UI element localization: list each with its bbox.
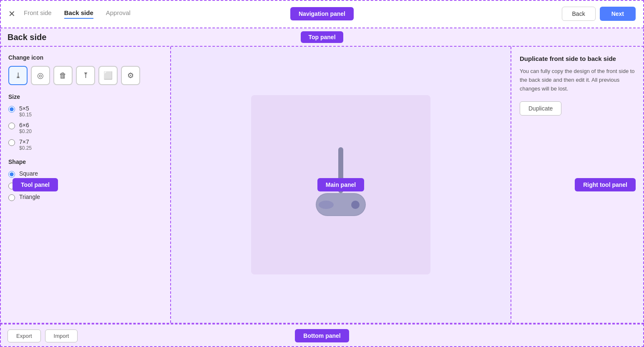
right-panel-description: You can fully copy the design of the fro…: [520, 67, 636, 93]
import-button[interactable]: Import: [45, 329, 78, 342]
content-area: Change icon ⤓ ◎ 🗑 ⤒ ⬜ ⚙ Size 5×5 $0.15 6…: [0, 47, 644, 324]
shape-radio-square[interactable]: [8, 171, 15, 178]
close-icon[interactable]: ✕: [8, 9, 15, 19]
right-panel: Duplicate front side to back side You ca…: [511, 47, 644, 323]
settings-icon-btn[interactable]: ⚙: [121, 66, 140, 85]
shape-option-square[interactable]: Square: [8, 170, 162, 178]
size-7x7-label: 7×7: [19, 138, 32, 145]
nav-actions: Back Next: [562, 7, 636, 21]
folder-icon-btn[interactable]: ⬜: [98, 66, 118, 85]
tab-back-side[interactable]: Back side: [64, 9, 93, 19]
eye-icon-btn[interactable]: ◎: [31, 66, 50, 85]
change-icon-label: Change icon: [8, 54, 162, 61]
bottom-panel-badge: Bottom panel: [295, 329, 349, 342]
size-section: Size 5×5 $0.15 6×6 $0.20 7×7 $0.2: [8, 93, 162, 151]
size-6x6-label: 6×6: [19, 122, 32, 128]
size-radio-6x6[interactable]: [8, 123, 15, 129]
trash-icon-btn[interactable]: 🗑: [53, 66, 73, 85]
main-panel-badge: Main panel: [317, 178, 364, 191]
shape-label: Shape: [8, 158, 162, 165]
top-panel-badge: Top panel: [301, 31, 343, 43]
back-button[interactable]: Back: [562, 7, 596, 21]
size-radio-7x7[interactable]: [8, 139, 15, 146]
upload-icon-btn[interactable]: ⤒: [76, 66, 95, 85]
main-panel: Main panel: [171, 47, 511, 323]
svg-point-3: [351, 201, 360, 209]
right-panel-badge: Right tool panel: [575, 178, 636, 191]
shape-option-triangle[interactable]: Triangle: [8, 194, 162, 201]
tab-front-side[interactable]: Front side: [24, 9, 52, 19]
bottom-panel: Export Import Bottom panel: [0, 324, 644, 347]
shape-square-label: Square: [19, 170, 38, 177]
size-option-7x7[interactable]: 7×7 $0.25: [8, 138, 162, 151]
right-panel-title: Duplicate front side to back side: [520, 55, 636, 62]
duplicate-button[interactable]: Duplicate: [520, 101, 561, 116]
tool-panel: Change icon ⤓ ◎ 🗑 ⤒ ⬜ ⚙ Size 5×5 $0.15 6…: [0, 47, 171, 323]
download-icon-btn[interactable]: ⤓: [8, 66, 28, 85]
navigation-bar: ✕ Front side Back side Approval Navigati…: [0, 0, 644, 28]
top-panel: Back side Top panel: [0, 28, 644, 47]
svg-point-4: [319, 201, 334, 209]
size-label: Size: [8, 93, 162, 100]
shape-triangle-label: Triangle: [19, 194, 40, 200]
next-button[interactable]: Next: [600, 7, 636, 21]
size-radio-5x5[interactable]: [8, 106, 15, 113]
size-5x5-price: $0.15: [19, 112, 32, 118]
export-button[interactable]: Export: [8, 329, 41, 342]
size-option-5x5[interactable]: 5×5 $0.15: [8, 105, 162, 118]
bottom-actions: Export Import: [8, 329, 78, 342]
size-option-6x6[interactable]: 6×6 $0.20: [8, 122, 162, 134]
size-7x7-price: $0.25: [19, 145, 32, 151]
tab-approval[interactable]: Approval: [106, 9, 131, 19]
nav-tabs: Front side Back side Approval: [24, 9, 131, 19]
navigation-panel-badge: Navigation panel: [290, 7, 354, 20]
shape-radio-triangle[interactable]: [8, 194, 15, 201]
size-6x6-price: $0.20: [19, 128, 32, 134]
icon-buttons: ⤓ ◎ 🗑 ⤒ ⬜ ⚙: [8, 66, 162, 85]
size-5x5-label: 5×5: [19, 105, 32, 112]
tool-panel-badge: Tool panel: [13, 178, 58, 191]
page-title: Back side: [8, 33, 46, 42]
